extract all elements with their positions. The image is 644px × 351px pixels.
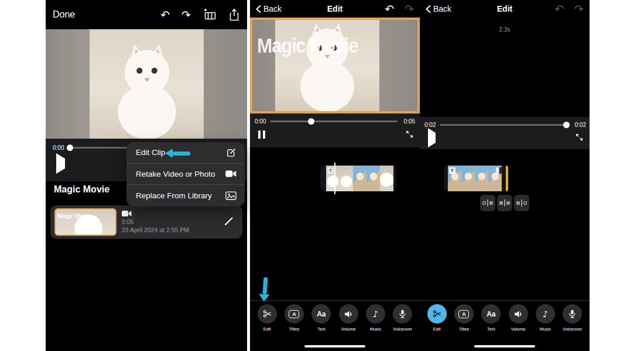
project-navbar: Done ↶ ↷ xyxy=(46,0,247,29)
redo-icon: ↷ xyxy=(405,4,414,15)
scrubber-track[interactable] xyxy=(270,121,398,122)
fullscreen-icon[interactable] xyxy=(405,130,414,139)
clip-thumbnail[interactable]: Magic Movie xyxy=(54,208,117,236)
tool-label: Voiceover xyxy=(393,326,412,332)
edit-player-bar: 0:00 0:05 xyxy=(250,113,420,147)
clip-metadata: 0:05 23 April 2024 at 2:55 PM xyxy=(122,210,189,233)
tool-titles[interactable]: A Titles xyxy=(280,304,307,332)
selected-clip-filmstrip[interactable]: T xyxy=(444,166,508,191)
clip-thumbnail-title: Magic Movie xyxy=(57,212,91,219)
tool-volume[interactable]: Volume xyxy=(335,304,362,332)
tool-text[interactable]: Aa Text xyxy=(478,304,505,332)
total-time: 0:05 xyxy=(398,118,415,125)
edit-pencil-icon[interactable] xyxy=(224,216,234,226)
undo-icon[interactable]: ↶ xyxy=(160,8,170,21)
playhead xyxy=(334,163,335,194)
filmstrip-frame xyxy=(380,166,393,191)
elapsed-time: 0:00 xyxy=(255,118,270,125)
edit-navbar: Back Edit ↶ ↷ xyxy=(420,0,590,18)
text-icon: Aa xyxy=(311,304,331,324)
music-note-icon: ♪ xyxy=(366,304,385,324)
tool-label: Music xyxy=(370,326,382,332)
tool-label: Titles xyxy=(459,326,470,332)
home-indicator[interactable] xyxy=(304,345,365,347)
toolbar-divider xyxy=(250,300,590,301)
scissors-icon xyxy=(427,304,447,324)
filmstrip-frame xyxy=(475,166,488,191)
compose-icon xyxy=(226,147,237,158)
tool-edit[interactable]: Edit xyxy=(254,304,280,332)
tool-edit-active[interactable]: Edit xyxy=(423,304,450,332)
video-camera-icon xyxy=(122,210,132,217)
fullscreen-icon[interactable] xyxy=(575,133,584,142)
clip-duration: 0:05 xyxy=(122,218,189,225)
play-button[interactable] xyxy=(56,159,65,169)
microphone-icon xyxy=(563,304,582,324)
filmstrip-frame xyxy=(353,166,366,191)
annotation-arrow-edit-clip xyxy=(165,149,190,158)
redo-icon: ↷ xyxy=(574,4,584,15)
tool-label: Text xyxy=(317,326,326,332)
title-badge: T xyxy=(449,167,455,174)
trim-handle-right[interactable] xyxy=(506,166,508,191)
tool-label: Music xyxy=(540,326,551,332)
tool-voiceover[interactable]: Voiceover xyxy=(389,304,416,332)
annotation-arrow-edit-tool xyxy=(259,277,271,302)
tool-volume[interactable]: Volume xyxy=(505,304,532,332)
tool-text[interactable]: Aa Text xyxy=(308,304,335,332)
panel-edit-trim: Back Edit ↶ ↷ 2.3s 0:02 0:02 xyxy=(420,0,590,351)
volume-icon xyxy=(509,304,528,324)
split-clip-button[interactable] xyxy=(497,195,512,211)
scrubber-knob[interactable] xyxy=(67,144,73,151)
selected-video-preview[interactable]: Magic Movie xyxy=(250,18,420,113)
play-button[interactable] xyxy=(428,133,436,143)
trim-end-button[interactable] xyxy=(514,195,529,211)
tool-label: Text xyxy=(487,326,495,332)
tool-music[interactable]: ♪ Music xyxy=(532,304,559,332)
panel-project: Done ↶ ↷ xyxy=(46,0,247,351)
total-time: 0:02 xyxy=(568,122,586,128)
pause-button[interactable] xyxy=(258,130,265,139)
volume-icon xyxy=(339,304,358,324)
video-preview[interactable] xyxy=(46,29,247,139)
cat-illustration xyxy=(286,19,368,111)
titles-icon: A xyxy=(285,304,304,324)
panel-edit-playing: Back Edit ↶ ↷ Magic Movie xyxy=(250,0,420,351)
text-icon: Aa xyxy=(481,304,501,324)
video-camera-icon xyxy=(225,170,237,177)
tool-voiceover[interactable]: Voiceover xyxy=(559,304,586,332)
timeline-filmstrip[interactable]: T xyxy=(320,166,396,191)
screenshot-canvas: Done ↶ ↷ xyxy=(0,0,644,351)
share-icon[interactable] xyxy=(228,8,240,21)
tool-music[interactable]: ♪ Music xyxy=(362,304,389,332)
tool-label: Edit xyxy=(433,326,441,332)
elapsed-time: 0:02 xyxy=(424,122,440,128)
scrubber-knob[interactable] xyxy=(563,122,570,128)
video-frame-cat xyxy=(90,29,204,139)
menu-item-replace[interactable]: Replace From Library xyxy=(126,185,245,207)
menu-item-retake[interactable]: Retake Video or Photo xyxy=(126,164,245,185)
scrubber-track[interactable] xyxy=(440,124,568,126)
redo-icon[interactable]: ↷ xyxy=(181,8,191,21)
titles-icon: A xyxy=(454,304,474,324)
clip-date: 23 April 2024 at 2:55 PM xyxy=(122,226,189,233)
home-indicator[interactable] xyxy=(474,345,535,347)
filmstrip-frame xyxy=(340,166,353,191)
magic-movie-icon[interactable] xyxy=(203,8,217,21)
project-title: Magic Movie xyxy=(54,184,109,195)
edit-navbar: Back Edit ↶ ↷ xyxy=(250,0,420,18)
menu-item-edit-clip[interactable]: Edit Clip xyxy=(126,142,245,164)
menu-item-label: Replace From Library xyxy=(136,191,225,200)
video-title-overlay: Magic Movie xyxy=(257,34,399,57)
tool-titles[interactable]: A Titles xyxy=(450,304,477,332)
tool-label: Volume xyxy=(341,326,356,332)
trim-controls xyxy=(480,195,529,211)
trim-player-bar: 0:02 0:02 xyxy=(420,117,590,149)
undo-icon[interactable]: ↶ xyxy=(385,4,394,15)
cat-illustration xyxy=(103,39,191,139)
transition-badge xyxy=(496,167,502,174)
trim-start-button[interactable] xyxy=(480,195,495,211)
project-clip-row[interactable]: Magic Movie 0:05 23 April 2024 at 2:55 P… xyxy=(50,205,242,239)
done-button[interactable]: Done xyxy=(53,9,75,20)
scrubber-knob[interactable] xyxy=(308,118,314,125)
